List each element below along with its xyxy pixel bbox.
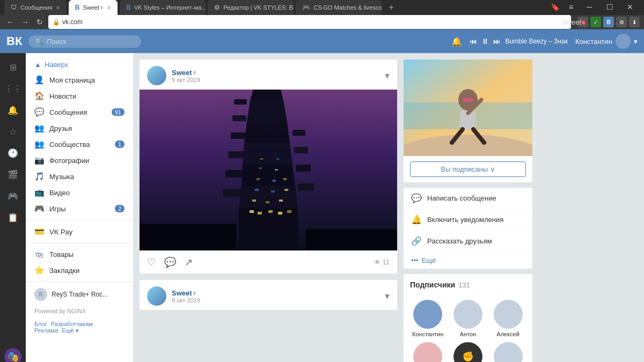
tab-sweet[interactable]: В Sweet♀ ✕ — [69, 0, 118, 15]
communities-badge: 1 — [115, 141, 125, 148]
sidebar-item-mypage[interactable]: 👤 Моя страница — [26, 72, 133, 88]
sidebar-item-news[interactable]: 🏠 Новости — [26, 88, 133, 104]
bookmarks-icon: ⭐ — [34, 265, 44, 275]
address-bar[interactable]: 🔒 vk.com — [48, 15, 571, 29]
subscribed-button[interactable]: Вы подписаны ∨ — [410, 161, 526, 177]
sidebar-item-friends-label: Друзья — [49, 124, 72, 132]
vk-search[interactable]: 🔍 Поиск — [28, 35, 141, 48]
share-button-1[interactable]: ↗ — [185, 256, 193, 268]
back-button[interactable]: ← — [4, 16, 16, 28]
svg-rect-42 — [306, 229, 397, 250]
minimize-button[interactable]: ─ — [580, 1, 599, 13]
sidebar-item-communities[interactable]: 👥 Сообщества 1 — [26, 136, 133, 152]
settings-icon[interactable]: ≡ — [564, 1, 579, 13]
svg-rect-41 — [140, 224, 236, 250]
sidebar-item-market[interactable]: 🛍 Товары — [26, 247, 133, 262]
tab-messages[interactable]: 🗨 Сообщения ✕ — [4, 0, 67, 15]
sidebar-item-bookmarks[interactable]: ⭐ Закладки — [26, 262, 133, 278]
mini-avatar1[interactable]: 🎭 — [4, 348, 21, 362]
tab-vkstyles[interactable]: В VK Styles – Интернет-ма... ✕ — [120, 0, 206, 15]
group-avatar: R — [34, 288, 47, 301]
post-more-button-2[interactable]: ▾ — [385, 290, 390, 302]
tab-editor-label: Редактор | VK STYLES: Ва... — [223, 4, 294, 11]
mini-home-icon[interactable]: ⊞ — [3, 57, 23, 77]
comment-button-1[interactable]: 💬 — [164, 256, 176, 268]
post-more-button-1[interactable]: ▾ — [385, 70, 390, 82]
subscriber-avatar-1 — [453, 300, 482, 329]
search-icon: 🔍 — [35, 38, 43, 46]
player-next-button[interactable]: ⏭ — [493, 37, 501, 46]
download-icon[interactable]: ⬇ — [629, 17, 640, 27]
mini-clock-icon[interactable]: 🕐 — [3, 143, 23, 162]
forward-button[interactable]: → — [19, 16, 31, 28]
mini-media-icon[interactable]: 🎬 — [3, 165, 23, 184]
tab-sweet-close[interactable]: ✕ — [107, 5, 111, 11]
write-message-button[interactable]: 💬 Написать сообщение — [404, 188, 532, 209]
enable-notifications-button[interactable]: 🔔 Включить уведомления — [404, 209, 532, 231]
mini-game-icon[interactable]: 🎮 — [3, 186, 23, 205]
mini-apps-icon[interactable]: ⋮⋮ — [3, 79, 23, 98]
sidebar-item-messages[interactable]: 💬 Сообщения 91 — [26, 104, 133, 120]
bookmark-ext-icon[interactable]: 🔖 — [577, 17, 588, 27]
blog-link[interactable]: Блог — [34, 321, 47, 327]
tab-editor[interactable]: ⚙ Редактор | VK STYLES: Ва... ✕ — [208, 0, 294, 15]
svg-rect-26 — [255, 189, 259, 191]
bookmark-icon[interactable]: 🔖 — [547, 1, 562, 13]
notifications-bell[interactable]: 🔔 — [451, 36, 462, 47]
sidebar-item-market-label: Товары — [49, 250, 74, 258]
player-prev-button[interactable]: ⏮ — [470, 37, 477, 46]
sidebar-up-button[interactable]: ▲ Наверх — [26, 57, 133, 72]
devs-link[interactable]: Разработчикам — [51, 321, 93, 327]
svg-marker-5 — [244, 122, 290, 143]
sidebar-item-bookmarks-label: Закладки — [49, 267, 79, 275]
post-meta-1: Sweet♀ 9 окт 2019 — [172, 69, 379, 83]
vk-mini-sidebar: ⊞ ⋮⋮ 🔔 ☆ 🕐 🎬 🎮 📋 🎭 — [0, 53, 26, 362]
more-actions-button[interactable]: ••• Ещё — [404, 252, 532, 269]
sidebar-item-music[interactable]: 🎵 Музыка — [26, 168, 133, 184]
sidebar-item-vkpay[interactable]: 💳 VK Pay — [26, 224, 133, 240]
post-author-1[interactable]: Sweet♀ — [172, 69, 379, 77]
vk-user[interactable]: Константин ▾ — [575, 34, 638, 49]
like-icon-1: ♡ — [147, 256, 156, 268]
mini-star-icon[interactable]: ☆ — [3, 122, 23, 141]
vk-ext-icon[interactable]: В — [603, 17, 614, 27]
svg-marker-6 — [247, 100, 287, 122]
post-author-2[interactable]: Sweet♀ — [172, 289, 379, 297]
sidebar-item-friends[interactable]: 👥 Друзья — [26, 120, 133, 136]
svg-rect-15 — [296, 165, 311, 172]
security-lock-icon: 🔒 — [53, 19, 60, 26]
subscriber-item-4[interactable]: ✊ El — [450, 342, 486, 362]
svg-rect-11 — [231, 132, 246, 139]
friends-icon: 👥 — [34, 123, 44, 133]
sidebar-item-video[interactable]: 📺 Видео — [26, 184, 133, 201]
sidebar-item-games[interactable]: 🎮 Игры 2 — [26, 201, 133, 217]
close-button[interactable]: ✕ — [620, 1, 640, 13]
vk-username: Константин — [575, 38, 612, 46]
player-pause-button[interactable]: ⏸ — [481, 37, 489, 46]
tell-friends-label: Рассказать друзьям — [427, 237, 492, 245]
ads-link[interactable]: Реклама — [34, 327, 58, 334]
tab-messages-close[interactable]: ✕ — [56, 5, 60, 11]
more-footer-link[interactable]: Ещё ▾ — [62, 327, 79, 334]
shield-ext-icon[interactable]: ✓ — [590, 17, 601, 27]
maximize-button[interactable]: ☐ — [600, 1, 619, 13]
new-tab-button[interactable]: + — [384, 0, 399, 15]
sidebar-item-photos[interactable]: 📷 Фотографии — [26, 152, 133, 168]
subscriber-item-2[interactable]: Алексей — [490, 300, 526, 338]
subscriber-item-3[interactable]: Ирина — [410, 342, 446, 362]
subscriber-item-1[interactable]: Антон — [450, 300, 486, 338]
tell-friends-button[interactable]: 🔗 Рассказать друзьям — [404, 231, 532, 252]
like-button-1[interactable]: ♡ — [147, 256, 156, 268]
sidebar-group-item[interactable]: R ReyS Trade+ Roc... — [26, 285, 133, 304]
refresh-button[interactable]: ↻ — [34, 16, 45, 28]
vkpay-icon: 💳 — [34, 227, 44, 237]
subscriber-avatar-0 — [413, 300, 442, 329]
subscriber-item-0[interactable]: Константин — [410, 300, 446, 338]
mini-book-icon[interactable]: 📋 — [3, 208, 23, 227]
subscriber-item-5[interactable]: Николай — [490, 342, 526, 362]
svg-rect-34 — [260, 158, 263, 160]
music-icon: 🎵 — [34, 172, 44, 181]
tab-csgo[interactable]: 🎮 CS:GO Matches & livescore... ✕ — [296, 0, 382, 15]
extra-ext-icon[interactable]: ⚙ — [616, 17, 627, 27]
mini-bell-icon[interactable]: 🔔 — [3, 100, 23, 120]
